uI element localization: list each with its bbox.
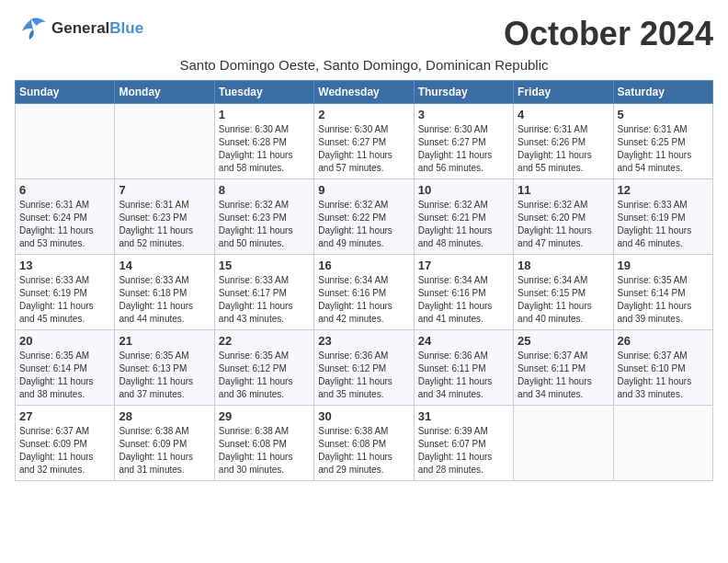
subtitle: Santo Domingo Oeste, Santo Domingo, Domi… xyxy=(15,57,713,73)
days-header-row: SundayMondayTuesdayWednesdayThursdayFrid… xyxy=(16,81,713,104)
day-info: Sunrise: 6:35 AM Sunset: 6:12 PM Dayligh… xyxy=(219,350,310,401)
calendar-cell: 27Sunrise: 6:37 AM Sunset: 6:09 PM Dayli… xyxy=(16,406,115,481)
day-number: 5 xyxy=(618,108,709,121)
day-number: 6 xyxy=(19,183,110,197)
day-number: 8 xyxy=(219,183,310,197)
day-info: Sunrise: 6:37 AM Sunset: 6:11 PM Dayligh… xyxy=(518,350,609,401)
day-info: Sunrise: 6:33 AM Sunset: 6:19 PM Dayligh… xyxy=(19,274,110,326)
day-header-friday: Friday xyxy=(514,81,613,104)
day-number: 19 xyxy=(618,259,709,272)
day-number: 14 xyxy=(119,259,210,272)
calendar-cell: 26Sunrise: 6:37 AM Sunset: 6:10 PM Dayli… xyxy=(613,330,712,406)
day-info: Sunrise: 6:31 AM Sunset: 6:23 PM Dayligh… xyxy=(119,199,210,250)
day-number: 9 xyxy=(318,183,409,197)
page-header: GeneralBlue October 2024 xyxy=(15,15,713,53)
calendar-cell xyxy=(115,104,214,179)
day-number: 27 xyxy=(19,409,110,423)
calendar-week-2: 6Sunrise: 6:31 AM Sunset: 6:24 PM Daylig… xyxy=(16,179,713,255)
calendar-cell: 7Sunrise: 6:31 AM Sunset: 6:23 PM Daylig… xyxy=(115,179,214,255)
calendar-cell: 15Sunrise: 6:33 AM Sunset: 6:17 PM Dayli… xyxy=(214,255,313,330)
day-info: Sunrise: 6:38 AM Sunset: 6:09 PM Dayligh… xyxy=(119,425,210,477)
day-number: 28 xyxy=(119,409,210,423)
calendar-cell: 2Sunrise: 6:30 AM Sunset: 6:27 PM Daylig… xyxy=(314,104,414,179)
day-info: Sunrise: 6:37 AM Sunset: 6:10 PM Dayligh… xyxy=(618,350,709,401)
day-number: 12 xyxy=(618,183,709,197)
calendar-cell: 19Sunrise: 6:35 AM Sunset: 6:14 PM Dayli… xyxy=(613,255,712,330)
day-info: Sunrise: 6:34 AM Sunset: 6:15 PM Dayligh… xyxy=(518,274,609,326)
calendar-cell: 12Sunrise: 6:33 AM Sunset: 6:19 PM Dayli… xyxy=(613,179,712,255)
calendar-cell: 28Sunrise: 6:38 AM Sunset: 6:09 PM Dayli… xyxy=(115,406,214,481)
calendar-cell: 14Sunrise: 6:33 AM Sunset: 6:18 PM Dayli… xyxy=(115,255,214,330)
day-number: 7 xyxy=(119,183,210,197)
calendar-cell: 18Sunrise: 6:34 AM Sunset: 6:15 PM Dayli… xyxy=(514,255,613,330)
calendar-cell xyxy=(514,406,613,481)
day-number: 11 xyxy=(518,183,609,197)
day-info: Sunrise: 6:35 AM Sunset: 6:13 PM Dayligh… xyxy=(119,350,210,401)
calendar-cell: 21Sunrise: 6:35 AM Sunset: 6:13 PM Dayli… xyxy=(115,330,214,406)
day-info: Sunrise: 6:37 AM Sunset: 6:09 PM Dayligh… xyxy=(19,425,110,477)
day-header-monday: Monday xyxy=(115,81,214,104)
calendar-cell: 31Sunrise: 6:39 AM Sunset: 6:07 PM Dayli… xyxy=(414,406,513,481)
calendar-cell: 6Sunrise: 6:31 AM Sunset: 6:24 PM Daylig… xyxy=(16,179,115,255)
day-info: Sunrise: 6:35 AM Sunset: 6:14 PM Dayligh… xyxy=(19,350,110,401)
logo-icon xyxy=(15,15,48,42)
day-header-wednesday: Wednesday xyxy=(314,81,414,104)
day-info: Sunrise: 6:30 AM Sunset: 6:28 PM Dayligh… xyxy=(219,123,310,175)
day-number: 23 xyxy=(318,334,409,348)
calendar-cell xyxy=(613,406,712,481)
day-info: Sunrise: 6:36 AM Sunset: 6:11 PM Dayligh… xyxy=(418,350,509,401)
day-number: 18 xyxy=(518,259,609,272)
calendar-week-4: 20Sunrise: 6:35 AM Sunset: 6:14 PM Dayli… xyxy=(16,330,713,406)
day-header-sunday: Sunday xyxy=(16,81,115,104)
day-header-tuesday: Tuesday xyxy=(214,81,313,104)
day-info: Sunrise: 6:36 AM Sunset: 6:12 PM Dayligh… xyxy=(318,350,409,401)
day-number: 2 xyxy=(318,108,409,121)
calendar-cell: 16Sunrise: 6:34 AM Sunset: 6:16 PM Dayli… xyxy=(314,255,414,330)
calendar-cell: 20Sunrise: 6:35 AM Sunset: 6:14 PM Dayli… xyxy=(16,330,115,406)
calendar-cell: 29Sunrise: 6:38 AM Sunset: 6:08 PM Dayli… xyxy=(214,406,313,481)
day-info: Sunrise: 6:31 AM Sunset: 6:25 PM Dayligh… xyxy=(618,123,709,175)
calendar-cell: 22Sunrise: 6:35 AM Sunset: 6:12 PM Dayli… xyxy=(214,330,313,406)
day-number: 30 xyxy=(318,409,409,423)
day-info: Sunrise: 6:34 AM Sunset: 6:16 PM Dayligh… xyxy=(318,274,409,326)
day-info: Sunrise: 6:31 AM Sunset: 6:24 PM Dayligh… xyxy=(19,199,110,250)
day-info: Sunrise: 6:34 AM Sunset: 6:16 PM Dayligh… xyxy=(418,274,509,326)
day-info: Sunrise: 6:32 AM Sunset: 6:20 PM Dayligh… xyxy=(518,199,609,250)
day-info: Sunrise: 6:39 AM Sunset: 6:07 PM Dayligh… xyxy=(418,425,509,477)
calendar-week-3: 13Sunrise: 6:33 AM Sunset: 6:19 PM Dayli… xyxy=(16,255,713,330)
calendar-cell: 9Sunrise: 6:32 AM Sunset: 6:22 PM Daylig… xyxy=(314,179,414,255)
month-title: October 2024 xyxy=(504,15,713,53)
day-number: 21 xyxy=(119,334,210,348)
calendar-cell: 4Sunrise: 6:31 AM Sunset: 6:26 PM Daylig… xyxy=(514,104,613,179)
day-info: Sunrise: 6:38 AM Sunset: 6:08 PM Dayligh… xyxy=(318,425,409,477)
day-info: Sunrise: 6:35 AM Sunset: 6:14 PM Dayligh… xyxy=(618,274,709,326)
day-info: Sunrise: 6:38 AM Sunset: 6:08 PM Dayligh… xyxy=(219,425,310,477)
calendar-week-1: 1Sunrise: 6:30 AM Sunset: 6:28 PM Daylig… xyxy=(16,104,713,179)
calendar-cell: 3Sunrise: 6:30 AM Sunset: 6:27 PM Daylig… xyxy=(414,104,513,179)
calendar-cell: 10Sunrise: 6:32 AM Sunset: 6:21 PM Dayli… xyxy=(414,179,513,255)
day-info: Sunrise: 6:32 AM Sunset: 6:21 PM Dayligh… xyxy=(418,199,509,250)
day-number: 3 xyxy=(418,108,509,121)
day-info: Sunrise: 6:33 AM Sunset: 6:19 PM Dayligh… xyxy=(618,199,709,250)
day-info: Sunrise: 6:30 AM Sunset: 6:27 PM Dayligh… xyxy=(318,123,409,175)
day-number: 15 xyxy=(219,259,310,272)
day-number: 13 xyxy=(19,259,110,272)
calendar-table: SundayMondayTuesdayWednesdayThursdayFrid… xyxy=(15,80,713,481)
logo-text: GeneralBlue xyxy=(51,19,143,38)
day-header-saturday: Saturday xyxy=(613,81,712,104)
day-number: 20 xyxy=(19,334,110,348)
day-number: 4 xyxy=(518,108,609,121)
day-number: 1 xyxy=(219,108,310,121)
day-number: 24 xyxy=(418,334,509,348)
calendar-cell: 24Sunrise: 6:36 AM Sunset: 6:11 PM Dayli… xyxy=(414,330,513,406)
day-number: 25 xyxy=(518,334,609,348)
day-number: 29 xyxy=(219,409,310,423)
calendar-cell: 17Sunrise: 6:34 AM Sunset: 6:16 PM Dayli… xyxy=(414,255,513,330)
calendar-cell: 30Sunrise: 6:38 AM Sunset: 6:08 PM Dayli… xyxy=(314,406,414,481)
calendar-cell: 23Sunrise: 6:36 AM Sunset: 6:12 PM Dayli… xyxy=(314,330,414,406)
day-info: Sunrise: 6:32 AM Sunset: 6:23 PM Dayligh… xyxy=(219,199,310,250)
day-info: Sunrise: 6:33 AM Sunset: 6:17 PM Dayligh… xyxy=(219,274,310,326)
calendar-cell: 8Sunrise: 6:32 AM Sunset: 6:23 PM Daylig… xyxy=(214,179,313,255)
calendar-cell: 5Sunrise: 6:31 AM Sunset: 6:25 PM Daylig… xyxy=(613,104,712,179)
day-number: 16 xyxy=(318,259,409,272)
